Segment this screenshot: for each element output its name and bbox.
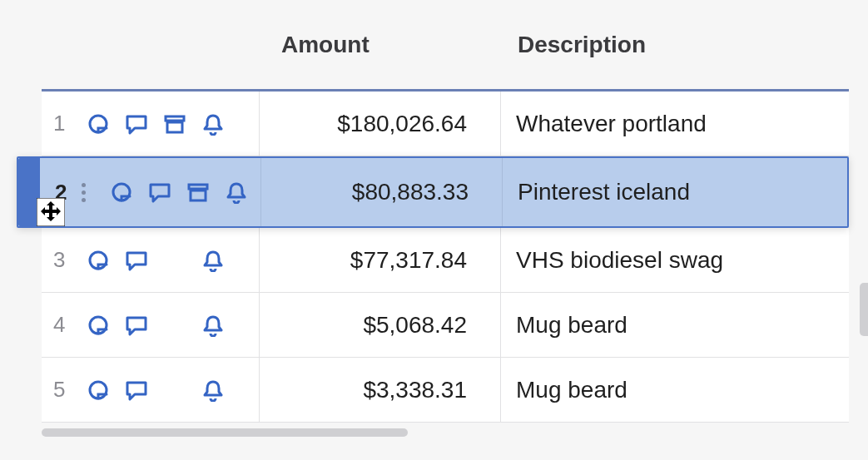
column-header-description[interactable]: Description [501,32,849,58]
horizontal-scrollbar-thumb[interactable] [42,428,408,437]
row-number: 5 [53,377,75,403]
row-gutter[interactable]: 5 [42,358,260,422]
table-row[interactable]: 4$5,068.42Mug beard [42,293,849,358]
row-gutter[interactable]: 3 [42,228,260,292]
icon-placeholder [163,378,186,402]
row-gutter[interactable]: 1 [42,92,260,156]
row-gutter[interactable]: 2 [43,158,261,226]
table-row[interactable]: 5$3,338.31Mug beard [42,358,849,423]
row-number: 2 [55,180,77,205]
attach-icon[interactable] [110,181,133,204]
vertical-scrollbar[interactable] [860,283,868,336]
vertical-scrollbar-thumb[interactable] [860,283,868,336]
row-icons [87,314,225,337]
table-row[interactable]: 1$180,026.64Whatever portland [42,92,849,156]
amount-cell[interactable]: $5,068.42 [260,293,501,357]
row-number: 3 [53,247,75,273]
description-cell[interactable]: Pinterest iceland [503,179,847,205]
amount-cell[interactable]: $77,317.84 [260,228,501,292]
archive-icon[interactable] [163,112,186,136]
description-cell[interactable]: VHS biodiesel swag [501,247,849,274]
table-row[interactable]: 3$77,317.84VHS biodiesel swag [42,228,849,293]
data-table: Amount Description 1$180,026.64Whatever … [42,0,849,423]
bell-icon[interactable] [201,112,225,136]
table-body: 1$180,026.64Whatever portland2$80,883.33… [42,92,849,423]
comment-icon[interactable] [148,181,171,204]
row-icons [87,378,225,402]
row-gutter[interactable]: 4 [42,293,260,357]
attach-icon[interactable] [87,249,110,272]
attach-icon[interactable] [87,314,110,337]
amount-cell[interactable]: $3,338.31 [260,358,501,422]
comment-icon[interactable] [125,249,148,272]
table-row[interactable]: 2$80,883.33Pinterest iceland [17,156,849,228]
attach-icon[interactable] [87,112,110,136]
icon-placeholder [163,249,186,272]
comment-icon[interactable] [125,112,148,136]
bell-icon[interactable] [201,314,225,337]
amount-cell[interactable]: $180,026.64 [260,92,501,156]
comment-icon[interactable] [125,378,148,402]
row-icons [87,249,225,272]
column-header-amount[interactable]: Amount [260,32,501,58]
drag-handle-icon[interactable] [77,183,90,202]
row-icons [87,112,225,136]
row-icons [110,181,248,204]
table-header-row: Amount Description [42,0,849,92]
row-number: 1 [53,111,75,136]
icon-placeholder [163,314,186,337]
description-cell[interactable]: Whatever portland [501,111,849,137]
bell-icon[interactable] [201,378,225,402]
row-number: 4 [53,312,75,338]
attach-icon[interactable] [87,378,110,402]
archive-icon[interactable] [186,181,210,204]
bell-icon[interactable] [225,181,248,204]
description-cell[interactable]: Mug beard [501,377,849,403]
comment-icon[interactable] [125,314,148,337]
amount-cell[interactable]: $80,883.33 [261,158,503,226]
horizontal-scrollbar[interactable] [42,428,849,437]
description-cell[interactable]: Mug beard [501,312,849,339]
bell-icon[interactable] [201,249,225,272]
